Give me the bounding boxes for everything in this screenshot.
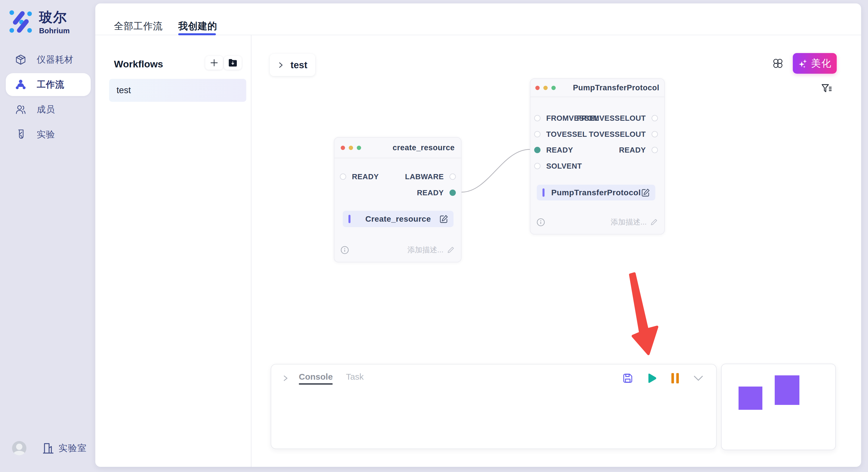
port-handle-connected[interactable] (450, 190, 456, 196)
sidebar-item-instruments[interactable]: 仪器耗材 (6, 48, 91, 71)
node-dot-red[interactable] (341, 146, 345, 150)
port-output-fromvesselout[interactable]: FROMVESSELOUT (571, 114, 658, 123)
building-icon (42, 442, 54, 454)
sidebar-nav: 仪器耗材 工作流 成员 (0, 48, 95, 146)
import-folder-button[interactable] (224, 56, 242, 70)
port-handle[interactable] (450, 173, 456, 180)
tab-task[interactable]: Task (346, 372, 364, 384)
port-output-tovesselout[interactable]: TOVESSELOUT (583, 130, 658, 138)
port-label: TOVESSEL (546, 130, 587, 139)
minimap[interactable] (721, 364, 836, 450)
node-dot-green[interactable] (357, 146, 361, 150)
port-handle[interactable] (534, 115, 540, 121)
node-title: PumpTransferProtocol (573, 83, 659, 92)
port-label: FROMVESSELOUT (577, 114, 646, 123)
node-action-pill[interactable]: Create_resource (343, 211, 454, 227)
workflow-people-icon (15, 79, 26, 90)
user-avatar[interactable] (12, 441, 26, 456)
members-icon (15, 104, 26, 115)
port-label: READY (417, 189, 444, 197)
workflow-item-name: test (117, 85, 131, 96)
node-connection-edge (462, 149, 530, 192)
port-label: TOVESSELOUT (589, 130, 646, 139)
workflow-node-create-resource[interactable]: create_resource READY LABWARE READY Crea… (334, 137, 462, 262)
sidebar: 玻尔 Bohrium 仪器耗材 (0, 0, 95, 472)
workflow-list-item[interactable]: test (109, 79, 246, 102)
description-placeholder[interactable]: 添加描述... (611, 217, 647, 227)
tab-my-created[interactable]: 我创建的 (178, 20, 217, 33)
lab-label[interactable]: 实验室 (59, 442, 87, 454)
pill-label: Create_resource (343, 214, 454, 224)
pencil-icon[interactable] (650, 218, 658, 226)
command-palette-button[interactable] (772, 57, 784, 70)
port-output-ready[interactable]: READY (613, 146, 658, 154)
info-icon[interactable] (341, 246, 349, 254)
port-handle[interactable] (652, 115, 658, 121)
port-handle[interactable] (652, 131, 658, 137)
beautify-label: 美化 (811, 57, 832, 70)
port-input-ready[interactable]: READY (340, 172, 384, 181)
edit-icon[interactable] (439, 214, 448, 224)
node-dot-green[interactable] (551, 86, 556, 90)
node-action-pill[interactable]: PumpTransferProtocol (537, 185, 655, 200)
main-content: 全部工作流 我创建的 Workflows test test (95, 3, 861, 467)
node-header: PumpTransferProtocol (530, 79, 664, 97)
port-handle-connected[interactable] (534, 147, 540, 153)
node-dot-red[interactable] (535, 86, 539, 90)
console-header: Console Task (271, 365, 716, 384)
minimap-node (739, 386, 763, 410)
port-label: LABWARE (405, 172, 444, 181)
sidebar-item-label: 工作流 (37, 78, 64, 91)
workflow-node-pump-transfer[interactable]: PumpTransferProtocol FROMVESSEL TOVESSEL… (530, 78, 665, 235)
console-panel: Console Task (271, 364, 717, 449)
active-tab-underline (178, 33, 216, 35)
pencil-icon[interactable] (447, 246, 455, 254)
edit-icon[interactable] (641, 188, 650, 197)
breadcrumb[interactable]: test (270, 54, 315, 76)
filter-icon (821, 83, 832, 94)
info-icon[interactable] (537, 218, 545, 226)
chevron-right-icon (277, 62, 284, 69)
port-input-ready[interactable]: READY (534, 146, 579, 154)
port-handle[interactable] (340, 173, 346, 180)
pause-icon[interactable] (671, 373, 679, 384)
sidebar-item-experiments[interactable]: 实验 (6, 123, 91, 146)
node-dot-yellow[interactable] (544, 86, 548, 90)
save-icon[interactable] (623, 373, 633, 383)
sparkles-icon (798, 59, 808, 68)
console-expand-chevron-icon[interactable] (282, 374, 289, 382)
tab-all-workflows[interactable]: 全部工作流 (114, 20, 163, 33)
beautify-button[interactable]: 美化 (793, 53, 837, 74)
minimap-node (775, 375, 799, 405)
port-label: READY (546, 146, 573, 155)
red-annotation-arrow (630, 274, 657, 354)
sidebar-item-label: 成员 (37, 103, 55, 115)
brand-name-zh: 玻尔 (39, 9, 70, 25)
port-input-solvent[interactable]: SOLVENT (534, 162, 588, 170)
sidebar-item-members[interactable]: 成员 (6, 98, 91, 121)
run-play-icon[interactable] (646, 372, 658, 384)
port-output-labware[interactable]: LABWARE (399, 172, 456, 181)
plus-icon (210, 59, 218, 67)
sidebar-item-label: 仪器耗材 (37, 54, 73, 66)
port-handle[interactable] (652, 147, 658, 153)
collapse-chevron-down-icon[interactable] (693, 374, 704, 382)
app-window: 玻尔 Bohrium 仪器耗材 (0, 0, 868, 472)
sidebar-item-workflow[interactable]: 工作流 (6, 73, 91, 96)
workflows-panel-title: Workflows (114, 59, 163, 70)
brand-name-en: Bohrium (39, 26, 70, 35)
console-actions (623, 372, 704, 384)
pill-accent-bar (542, 189, 545, 197)
brand: 玻尔 Bohrium (9, 9, 70, 35)
workflow-tabs-bar: 全部工作流 我创建的 (95, 3, 861, 35)
port-label: READY (619, 146, 646, 155)
tab-console[interactable]: Console (299, 372, 333, 384)
port-handle[interactable] (534, 163, 540, 169)
port-output-ready[interactable]: READY (411, 189, 456, 197)
port-handle[interactable] (534, 131, 540, 137)
add-workflow-button[interactable] (205, 56, 223, 70)
filter-button[interactable] (820, 82, 833, 95)
node-footer: 添加描述... (341, 245, 455, 255)
description-placeholder[interactable]: 添加描述... (407, 245, 443, 255)
node-dot-yellow[interactable] (349, 146, 353, 150)
